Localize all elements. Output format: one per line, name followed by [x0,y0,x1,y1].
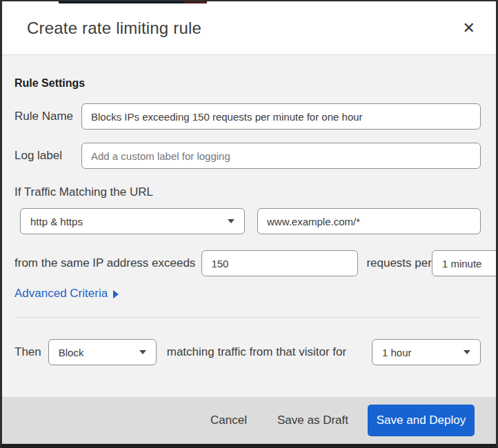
threshold-row: from the same IP address exceeds request… [14,250,481,276]
action-row: Then Block matching traffic from that vi… [14,339,481,365]
threshold-prefix-text: from the same IP address exceeds [14,256,195,270]
rule-name-row: Rule Name [14,103,481,130]
action-select-value: Block [59,347,132,358]
rule-name-label: Rule Name [14,110,81,123]
close-icon[interactable]: ✕ [460,18,478,39]
create-rate-limiting-rule-dialog: Create rate limiting rule ✕ Rule Setting… [0,0,498,448]
save-as-draft-button[interactable]: Save as Draft [270,408,355,433]
log-label-input[interactable] [81,143,481,169]
dialog-body: Rule Settings Rule Name Log label If Tra… [2,55,496,397]
log-label-row: Log label [14,143,481,169]
period-select[interactable]: 1 minute [432,250,496,276]
section-divider [14,317,481,318]
dialog-header: Create rate limiting rule ✕ [2,1,496,55]
rule-settings-heading: Rule Settings [14,55,481,90]
url-pattern-input[interactable] [257,208,481,234]
rule-name-input[interactable] [81,103,481,130]
request-count-input[interactable] [201,250,358,276]
protocol-select[interactable]: http & https [20,208,245,234]
advanced-criteria-link[interactable]: Advanced Criteria [14,287,119,301]
background-page-sliver-red [185,0,207,3]
traffic-match-intro: If Traffic Matching the URL [14,185,481,199]
log-label-label: Log label [14,149,81,163]
background-page-sliver [59,0,185,3]
then-label: Then [14,345,41,359]
chevron-down-icon [139,350,146,354]
dialog-footer: Cancel Save as Draft Save and Deploy [2,397,496,444]
chevron-right-icon [113,290,119,298]
requests-per-text: requests per [366,256,432,270]
action-middle-text: matching traffic from that visitor for [167,345,346,359]
protocol-url-row: http & https [14,208,481,234]
advanced-criteria-label: Advanced Criteria [14,287,108,301]
action-select[interactable]: Block [48,339,157,365]
chevron-down-icon [464,350,470,354]
duration-select-value: 1 hour [382,347,457,358]
cancel-button[interactable]: Cancel [203,408,254,433]
protocol-select-value: http & https [30,216,221,227]
duration-select[interactable]: 1 hour [372,339,481,365]
dialog-title: Create rate limiting rule [27,19,460,38]
save-and-deploy-button[interactable]: Save and Deploy [368,405,475,436]
period-select-value: 1 minute [442,258,496,269]
chevron-down-icon [228,219,235,223]
